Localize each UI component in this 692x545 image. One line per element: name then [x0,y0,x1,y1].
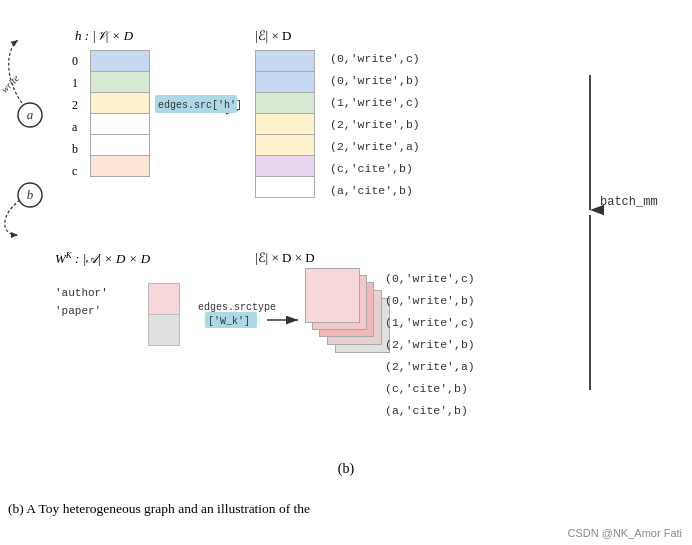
h-matrix [90,50,150,176]
svg-rect-14 [195,297,267,329]
exd-label-top: |ℰ| × D [255,28,291,44]
wk-label: WK : |𝒜| × D × D [55,250,150,267]
svg-text:edges.srctype: edges.srctype [198,302,276,313]
e-matrix-top [255,50,315,197]
svg-text:edges.src['h']: edges.src['h'] [158,100,242,111]
batch-mm-label: batch_mm [600,195,658,209]
svg-rect-16 [205,312,257,328]
h-vxd-label: h : |𝒱| × D [75,28,133,44]
svg-text:a: a [27,107,34,122]
svg-text:b: b [27,187,34,202]
code-list-bottom: (0,'write',c) (0,'write',b) (1,'write',c… [385,268,475,422]
h-row-labels: 012abc [72,50,78,182]
b-center-label: (b) [0,461,692,477]
svg-text:write: write [0,72,21,95]
svg-rect-10 [155,95,237,113]
svg-point-2 [18,183,42,207]
watermark: CSDN @NK_Amor Fati [568,527,682,539]
author-paper-labels: 'author' 'paper' [55,285,108,320]
exdxd-label: |ℰ| × D × D [255,250,315,266]
small-matrix [148,283,180,346]
main-container: a b write cite edges.src['h'] [0,0,692,545]
caption: (b) A Toy heterogeneous graph and an ill… [8,501,310,517]
svg-point-0 [18,103,42,127]
svg-text:['W_k']: ['W_k'] [208,316,250,327]
code-list-top: (0,'write',c) (0,'write',b) (1,'write',c… [330,48,420,202]
